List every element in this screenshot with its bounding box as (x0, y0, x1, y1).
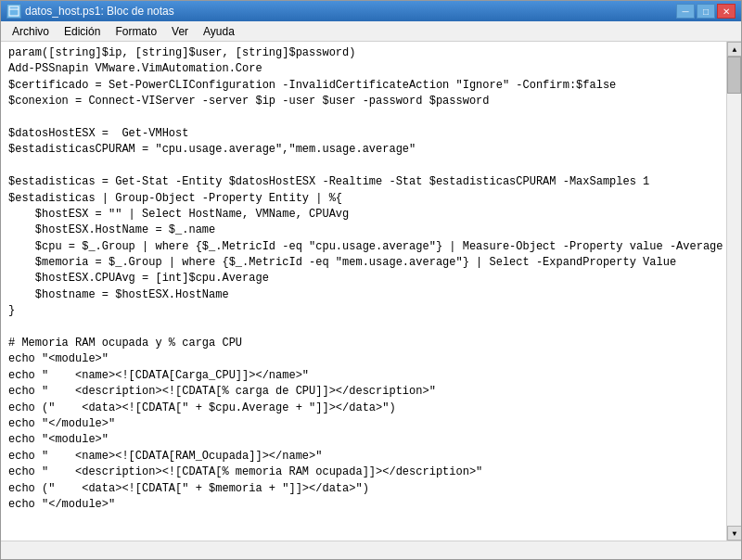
code-line: $hostname = $hostESX.HostName (8, 287, 719, 303)
code-line: $estadisticas | Group-Object -Property E… (8, 191, 719, 207)
code-line: echo "</module>" (8, 497, 719, 513)
close-button[interactable]: ✕ (717, 4, 736, 19)
scroll-up-button[interactable]: ▲ (727, 42, 741, 57)
code-line: echo (" <data><![CDATA[" + $cpu.Average … (8, 401, 719, 416)
menu-bar: Archivo Edición Formato Ver Ayuda (1, 21, 741, 42)
minimize-button[interactable]: ─ (676, 4, 695, 19)
maximize-button[interactable]: □ (697, 4, 715, 19)
code-line: echo "<module>" (8, 432, 719, 448)
code-line: } (8, 303, 719, 319)
title-bar: datos_host.ps1: Bloc de notas ─ □ ✕ (1, 1, 741, 21)
scroll-thumb[interactable] (727, 57, 741, 94)
code-line: echo " <name><![CDATA[Carga_CPU]]></name… (8, 368, 719, 384)
window-controls: ─ □ ✕ (676, 4, 736, 19)
menu-edicion[interactable]: Edición (57, 23, 108, 40)
title-bar-left: datos_host.ps1: Bloc de notas (6, 4, 174, 19)
menu-ayuda[interactable]: Ayuda (196, 23, 242, 40)
code-line: echo " <description><![CDATA[% memoria R… (8, 465, 719, 480)
code-line: $certificado = Set-PowerCLIConfiguration… (8, 78, 719, 94)
svg-rect-0 (9, 6, 19, 16)
code-line (8, 320, 719, 336)
scroll-down-button[interactable]: ▼ (727, 526, 741, 541)
scroll-track[interactable] (727, 57, 741, 526)
code-line: $estadisticasCPURAM = "cpu.usage.average… (8, 142, 719, 158)
code-line: echo (" <data><![CDATA[" + $memoria + "]… (8, 481, 719, 497)
code-container: param([string]$ip, [string]$user, [strin… (1, 42, 726, 541)
code-line: # Memoria RAM ocupada y % carga CPU (8, 336, 719, 351)
scrollbar-vertical[interactable]: ▲ ▼ (726, 42, 741, 541)
menu-ver[interactable]: Ver (164, 23, 196, 40)
code-line: $cpu = $_.Group | where {$_.MetricId -eq… (8, 239, 719, 255)
code-editor[interactable]: param([string]$ip, [string]$user, [strin… (1, 42, 726, 541)
code-line: param([string]$ip, [string]$user, [strin… (8, 45, 719, 61)
code-line: echo "<module>" (8, 351, 719, 367)
code-line (8, 159, 719, 174)
app-icon (6, 4, 21, 19)
code-line: $hostESX.HostName = $_.name (8, 223, 719, 238)
window-title: datos_host.ps1: Bloc de notas (25, 5, 174, 18)
code-line: $hostESX = "" | Select HostName, VMName,… (8, 207, 719, 223)
status-bar (1, 541, 741, 559)
menu-archivo[interactable]: Archivo (5, 23, 57, 40)
code-line: echo "</module>" (8, 416, 719, 432)
editor-area: param([string]$ip, [string]$user, [strin… (1, 42, 741, 541)
code-line (8, 529, 719, 541)
code-line: $datosHostESX = Get-VMHost (8, 126, 719, 142)
code-line: $estadisticas = Get-Stat -Entity $datosH… (8, 174, 719, 190)
menu-formato[interactable]: Formato (108, 23, 164, 40)
main-window: datos_host.ps1: Bloc de notas ─ □ ✕ Arch… (0, 0, 742, 560)
code-line: $memoria = $_.Group | where {$_.MetricId… (8, 255, 719, 271)
code-line: Add-PSSnapin VMware.VimAutomation.Core (8, 61, 719, 77)
code-line: $hostESX.CPUAvg = [int]$cpu.Average (8, 271, 719, 286)
code-line: $conexion = Connect-VIServer -server $ip… (8, 94, 719, 109)
code-line: echo " <description><![CDATA[% carga de … (8, 384, 719, 400)
code-line: echo " <name><![CDATA[RAM_Ocupada]]></na… (8, 449, 719, 465)
code-line (8, 513, 719, 528)
code-line (8, 110, 719, 126)
